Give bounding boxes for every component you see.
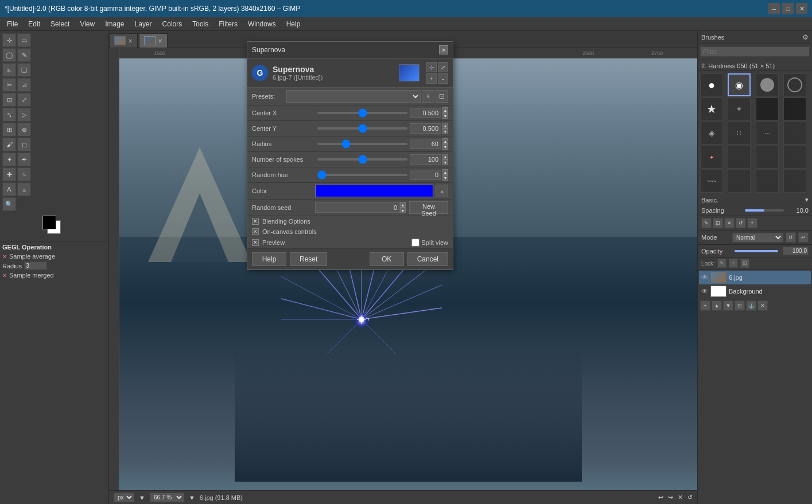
- color-pick-button[interactable]: ⟁: [436, 185, 448, 197]
- radius-up[interactable]: ▲: [442, 138, 448, 144]
- gegl-radius-input[interactable]: [24, 261, 47, 270]
- tool-scissors[interactable]: ✂: [2, 78, 16, 92]
- random-hue-down[interactable]: ▼: [442, 175, 448, 181]
- tool-align[interactable]: ⊞: [2, 123, 16, 136]
- ok-button[interactable]: OK: [370, 252, 404, 266]
- raise-layer-btn[interactable]: ▲: [712, 300, 722, 311]
- lock-pixels-btn[interactable]: ✎: [717, 259, 726, 268]
- tool-transform[interactable]: ⤢: [17, 93, 31, 107]
- tool-text[interactable]: A: [2, 182, 16, 196]
- move-cursor-btn[interactable]: ⊹: [426, 62, 437, 72]
- menu-file[interactable]: File: [2, 19, 22, 29]
- dialog-close-button[interactable]: ✕: [439, 45, 448, 54]
- mode-undo-btn[interactable]: ↩: [798, 232, 809, 243]
- random-hue-up[interactable]: ▲: [442, 169, 448, 175]
- tool-select-by-color[interactable]: ❏: [17, 63, 31, 77]
- tool-warp[interactable]: ⤣: [2, 108, 16, 122]
- delete-layer-btn[interactable]: ✕: [757, 300, 768, 311]
- menu-windows[interactable]: Windows: [243, 19, 281, 29]
- tool-bucket-fill[interactable]: ⊗: [17, 123, 31, 136]
- brush-item[interactable]: ⋯: [756, 122, 779, 144]
- center-x-down[interactable]: ▼: [442, 113, 448, 119]
- presets-manage-btn[interactable]: ⊡: [436, 90, 448, 103]
- mode-select[interactable]: Normal: [732, 233, 783, 243]
- tool-3d-transform[interactable]: ▷: [17, 108, 31, 122]
- brush-item[interactable]: [783, 146, 806, 169]
- spokes-up[interactable]: ▲: [442, 154, 448, 159]
- lower-layer-btn[interactable]: ▼: [723, 300, 733, 311]
- brush-item[interactable]: ✦: [700, 146, 723, 169]
- menu-select[interactable]: Select: [46, 19, 74, 29]
- brush-item[interactable]: [756, 97, 779, 120]
- close-button[interactable]: ✕: [796, 3, 807, 14]
- spokes-slider[interactable]: [317, 158, 407, 161]
- presets-add-btn[interactable]: +: [422, 90, 434, 103]
- color-swatch[interactable]: [315, 185, 433, 197]
- new-brush-btn[interactable]: +: [747, 218, 757, 228]
- seed-up[interactable]: ▲: [400, 202, 406, 208]
- minimize-button[interactable]: –: [768, 3, 780, 14]
- seed-input[interactable]: [315, 202, 400, 213]
- spokes-down[interactable]: ▼: [442, 159, 448, 165]
- duplicate-brush-btn[interactable]: ⊡: [713, 218, 723, 228]
- tool-foreground-select[interactable]: ⊿: [17, 78, 31, 92]
- menu-tools[interactable]: Tools: [188, 19, 213, 29]
- tool-ink[interactable]: ✒: [17, 153, 31, 166]
- reset-button[interactable]: Reset: [290, 252, 327, 266]
- canvas-tab-1[interactable]: ✕: [109, 33, 138, 48]
- brush-item[interactable]: ◉: [728, 73, 751, 96]
- brush-item[interactable]: [783, 122, 806, 144]
- oncanvas-checkbox[interactable]: ✕: [252, 228, 259, 235]
- lock-alpha-btn[interactable]: ⊡: [740, 259, 749, 268]
- menu-filters[interactable]: Filters: [214, 19, 242, 29]
- tool-smudge[interactable]: ≈: [17, 167, 31, 181]
- refresh-brushes-btn[interactable]: ↺: [736, 218, 746, 228]
- random-hue-slider[interactable]: [317, 174, 407, 176]
- tool-fuzzy-select[interactable]: ⊾: [2, 63, 16, 77]
- tool-airbrush[interactable]: ✦: [2, 153, 16, 166]
- unit-select[interactable]: px: [114, 493, 134, 502]
- lock-position-btn[interactable]: +: [729, 259, 738, 268]
- center-x-slider[interactable]: [317, 112, 407, 114]
- tab-close-2[interactable]: ✕: [158, 38, 162, 44]
- brush-item[interactable]: ~~~: [700, 170, 723, 193]
- brush-item[interactable]: ★: [700, 97, 723, 120]
- mode-reset-btn[interactable]: ↺: [786, 232, 796, 243]
- canvas-tab-2[interactable]: ✕: [139, 33, 168, 48]
- tool-magnify[interactable]: 🔍: [2, 197, 16, 211]
- menu-colors[interactable]: Colors: [158, 19, 187, 29]
- tool-color-picker[interactable]: ⟁: [17, 182, 31, 196]
- center-x-input[interactable]: [410, 108, 441, 118]
- layer-row-background[interactable]: 👁 Background: [699, 284, 811, 298]
- brush-item[interactable]: [728, 170, 751, 193]
- help-button[interactable]: Help: [252, 252, 286, 266]
- brush-item[interactable]: ◈: [700, 122, 723, 144]
- menu-view[interactable]: View: [75, 19, 99, 29]
- random-hue-input[interactable]: [410, 170, 441, 180]
- radius-down[interactable]: ▼: [442, 144, 448, 150]
- anchor-layer-btn[interactable]: ⚓: [746, 300, 756, 311]
- layer-row-jpg[interactable]: 👁 6.jpg: [699, 271, 811, 284]
- cancel-button[interactable]: Cancel: [407, 252, 448, 266]
- brush-item[interactable]: [728, 146, 751, 169]
- gegl-sample-avg-check[interactable]: ✕: [2, 253, 7, 260]
- tool-paintbrush[interactable]: 🖌: [2, 138, 16, 151]
- tool-eraser[interactable]: ◻: [17, 138, 31, 151]
- tool-rect-select[interactable]: ▭: [17, 33, 31, 47]
- redo-btn-status[interactable]: ↪: [668, 494, 673, 501]
- zoom-select[interactable]: 66.7 %: [150, 493, 184, 502]
- preview-checkbox[interactable]: ✕: [252, 239, 259, 246]
- new-seed-button[interactable]: New Seed: [409, 201, 448, 214]
- new-layer-btn[interactable]: +: [700, 300, 710, 311]
- refresh-status[interactable]: ↺: [687, 494, 693, 501]
- center-y-input[interactable]: [410, 123, 441, 134]
- brush-options-icon[interactable]: ⚙: [802, 33, 809, 41]
- layer-visibility-jpg[interactable]: 👁: [701, 274, 708, 282]
- brush-filter-input[interactable]: [700, 46, 810, 57]
- split-view-checkbox[interactable]: [411, 239, 419, 247]
- foreground-color-swatch[interactable]: [42, 216, 56, 229]
- brush-item[interactable]: [783, 73, 806, 96]
- brush-item[interactable]: [756, 146, 779, 169]
- presets-select[interactable]: [286, 90, 421, 103]
- brush-item[interactable]: ✦: [728, 97, 751, 120]
